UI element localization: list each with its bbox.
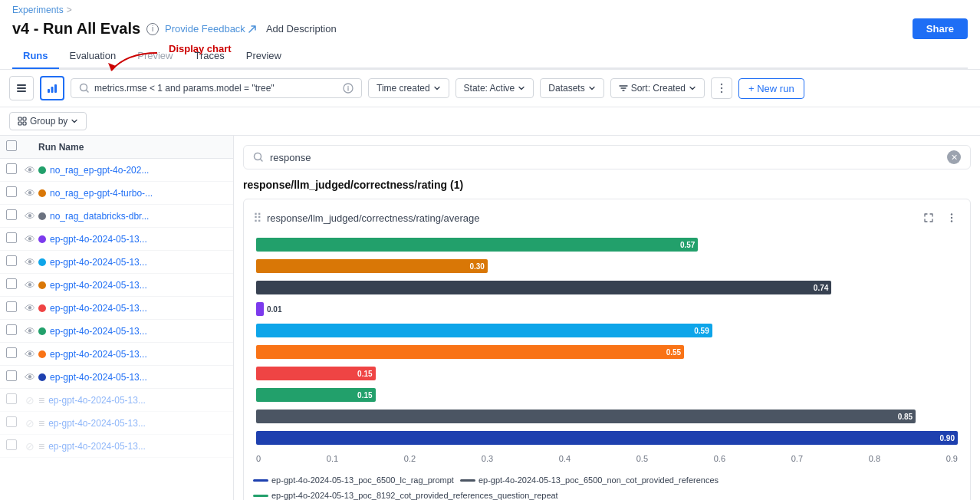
svg-rect-12 xyxy=(18,117,21,120)
row-checkbox[interactable] xyxy=(6,416,17,427)
run-row[interactable]: ⊘ ≡ep-gpt-4o-2024-05-13... xyxy=(0,435,233,458)
row-checkbox[interactable] xyxy=(6,278,17,289)
run-row[interactable]: 👁 ep-gpt-4o-2024-05-13... xyxy=(0,320,233,343)
run-row[interactable]: ⊘ ≡ep-gpt-4o-2024-05-13... xyxy=(0,412,233,435)
run-row[interactable]: 👁 no_rag_ep-gpt-4-turbo-... xyxy=(0,182,233,205)
row-checkbox[interactable] xyxy=(6,163,17,174)
row-checkbox[interactable] xyxy=(6,370,17,381)
group-by-button[interactable]: Group by xyxy=(9,112,87,130)
bar-label: 0.90 xyxy=(940,434,955,442)
row-checkbox[interactable] xyxy=(6,439,17,450)
metric-search-input[interactable] xyxy=(270,152,941,163)
group-icon xyxy=(18,117,27,126)
bar-row-10: 0.90 xyxy=(256,429,958,446)
tab-evaluation[interactable]: Evaluation xyxy=(59,44,127,69)
runs-panel: Run Name 👁 no_rag_ep-gpt-4o-202... 👁 no_… xyxy=(0,136,234,500)
x-axis-label: 0.7 xyxy=(791,454,803,463)
bar-row-6: 0.55 xyxy=(256,344,958,360)
svg-rect-14 xyxy=(18,122,21,125)
legend-item-2: ep-gpt-4o-2024-05-13_poc_6500_non_cot_pr… xyxy=(460,475,719,485)
svg-point-11 xyxy=(721,91,722,93)
svg-point-10 xyxy=(721,87,722,89)
visibility-icon[interactable]: 👁 xyxy=(25,279,35,291)
visibility-icon[interactable]: 👁 xyxy=(25,233,35,245)
list-view-button[interactable] xyxy=(9,76,34,100)
breadcrumb-separator: > xyxy=(67,5,72,15)
select-all-checkbox[interactable] xyxy=(6,140,17,151)
sort-filter[interactable]: Sort: Created xyxy=(610,78,705,98)
run-row[interactable]: 👁 ep-gpt-4o-2024-05-13... xyxy=(0,228,233,251)
row-checkbox[interactable] xyxy=(6,186,17,197)
run-row[interactable]: 👁 ep-gpt-4o-2024-05-13... xyxy=(0,274,233,297)
bar-label: 0.30 xyxy=(469,262,484,271)
dots-vertical-icon xyxy=(715,82,728,94)
nav-tabs: Runs Evaluation Preview Traces Preview xyxy=(12,44,968,69)
metric-title: response/llm_judged/correctness/rating (… xyxy=(243,179,971,191)
datasets-filter[interactable]: Datasets xyxy=(540,78,603,98)
new-run-button[interactable]: + New run xyxy=(738,78,804,99)
fullscreen-button[interactable] xyxy=(919,209,938,227)
chart-view-button[interactable] xyxy=(40,76,64,100)
legend-color-2 xyxy=(460,479,475,482)
run-row[interactable]: 👁 no_rag_ep-gpt-4o-202... xyxy=(0,159,233,182)
row-checkbox[interactable] xyxy=(6,232,17,243)
x-axis-label: 0.2 xyxy=(404,454,416,463)
provide-feedback-link[interactable]: Provide Feedback xyxy=(165,23,257,35)
run-row[interactable]: 👁 ep-gpt-4o-2024-05-13... xyxy=(0,366,233,389)
svg-rect-4 xyxy=(51,87,54,93)
add-description-link[interactable]: Add Description xyxy=(266,23,337,35)
chart-more-button[interactable] xyxy=(942,209,961,227)
drag-handle[interactable]: ⠿ xyxy=(253,211,262,225)
search-info-icon[interactable] xyxy=(343,83,354,94)
svg-rect-3 xyxy=(48,89,50,93)
x-axis-label: 0.9 xyxy=(946,454,958,463)
bar-label: 0.85 xyxy=(898,413,913,421)
time-created-filter[interactable]: Time created xyxy=(368,78,449,98)
row-checkbox[interactable] xyxy=(6,209,17,220)
sort-icon xyxy=(619,84,628,93)
visibility-icon[interactable]: 👁 xyxy=(25,256,35,268)
chevron-down-icon-5 xyxy=(71,117,78,125)
run-row[interactable]: 👁 ep-gpt-4o-2024-05-13... xyxy=(0,297,233,320)
visibility-icon[interactable]: 👁 xyxy=(25,210,35,222)
no-visibility-icon[interactable]: ⊘ xyxy=(25,417,35,429)
row-checkbox[interactable] xyxy=(6,301,17,312)
bar-row-5: 0.59 xyxy=(256,322,958,339)
visibility-icon[interactable]: 👁 xyxy=(25,325,35,337)
legend-item-3: ep-gpt-4o-2024-05-13_poc_8192_cot_provid… xyxy=(253,491,558,500)
run-row[interactable]: 👁 no_rag_databricks-dbr... xyxy=(0,205,233,228)
main-content: Run Name 👁 no_rag_ep-gpt-4o-202... 👁 no_… xyxy=(0,136,980,500)
visibility-icon[interactable]: 👁 xyxy=(25,187,35,199)
chevron-down-icon-4 xyxy=(689,84,696,92)
row-checkbox[interactable] xyxy=(6,393,17,404)
search-input[interactable] xyxy=(94,83,338,94)
tab-runs[interactable]: Runs xyxy=(12,44,59,69)
tab-traces[interactable]: Traces xyxy=(183,44,235,69)
bar-row-9: 0.85 xyxy=(256,408,958,425)
clear-search-button[interactable]: ✕ xyxy=(947,150,961,164)
row-checkbox[interactable] xyxy=(6,347,17,358)
run-row[interactable]: 👁 ep-gpt-4o-2024-05-13... xyxy=(0,343,233,366)
tab-preview-2[interactable]: Preview xyxy=(235,44,292,69)
no-visibility-icon[interactable]: ⊘ xyxy=(25,394,35,406)
x-axis-label: 0.8 xyxy=(869,454,880,463)
row-checkbox[interactable] xyxy=(6,255,17,266)
visibility-icon[interactable]: 👁 xyxy=(25,348,35,360)
x-axis-label: 0.3 xyxy=(482,454,493,463)
more-options-button[interactable] xyxy=(711,77,732,99)
no-visibility-icon[interactable]: ⊘ xyxy=(25,440,35,452)
run-row[interactable]: ⊘ ≡ep-gpt-4o-2024-05-13... xyxy=(0,389,233,412)
state-filter[interactable]: State: Active xyxy=(455,78,534,98)
breadcrumb: Experiments > xyxy=(12,5,968,15)
visibility-icon[interactable]: 👁 xyxy=(25,302,35,314)
run-row[interactable]: 👁 ep-gpt-4o-2024-05-13... xyxy=(0,251,233,274)
bar-chart: 0.57 0.30 0.74 0.01 0.59 xyxy=(253,236,961,466)
visibility-icon[interactable]: 👁 xyxy=(25,164,35,176)
share-button[interactable]: Share xyxy=(913,18,968,39)
breadcrumb-experiments[interactable]: Experiments xyxy=(12,5,64,15)
row-checkbox[interactable] xyxy=(6,324,17,335)
info-icon[interactable]: i xyxy=(146,23,159,35)
visibility-icon[interactable]: 👁 xyxy=(25,371,35,383)
tab-preview-1[interactable]: Preview xyxy=(127,44,183,69)
run-name-header: Run Name xyxy=(38,142,227,153)
